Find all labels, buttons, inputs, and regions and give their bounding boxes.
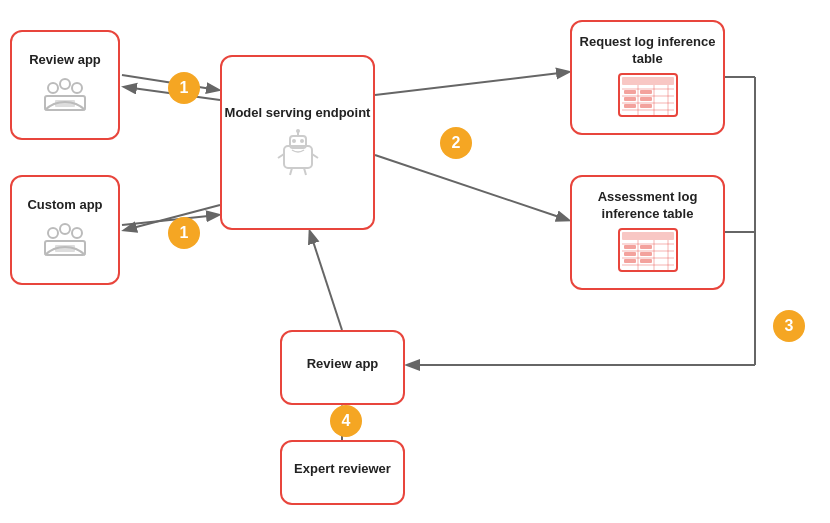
svg-line-4 — [375, 72, 568, 95]
request-log-box: Request log inference table — [570, 20, 725, 135]
badge-2: 2 — [440, 127, 472, 159]
svg-point-20 — [48, 228, 58, 238]
svg-line-5 — [375, 155, 568, 220]
svg-rect-46 — [624, 104, 636, 108]
people-icon-custom — [40, 219, 90, 263]
review-app-top-label: Review app — [29, 52, 101, 69]
svg-line-31 — [290, 168, 292, 175]
model-serving-box: Model serving endpoint — [220, 55, 375, 230]
svg-rect-42 — [624, 90, 636, 94]
assessment-log-table-icon — [618, 228, 678, 276]
svg-rect-43 — [640, 90, 652, 94]
svg-rect-59 — [624, 252, 636, 256]
review-app-bottom-box: Review app — [280, 330, 405, 405]
assessment-log-box: Assessment log inference table — [570, 175, 725, 290]
svg-rect-47 — [640, 104, 652, 108]
svg-rect-34 — [622, 77, 674, 85]
diagram-container: Review app Custom app — [0, 0, 830, 523]
svg-rect-58 — [640, 245, 652, 249]
svg-rect-57 — [624, 245, 636, 249]
svg-point-28 — [300, 139, 304, 143]
review-app-top-box: Review app — [10, 30, 120, 140]
svg-line-11 — [310, 232, 342, 330]
svg-rect-23 — [284, 146, 312, 168]
people-icon-review-top — [40, 74, 90, 118]
request-log-label: Request log inference table — [572, 34, 723, 68]
model-serving-label: Model serving endpoint — [225, 105, 371, 122]
svg-point-21 — [72, 228, 82, 238]
custom-app-box: Custom app — [10, 175, 120, 285]
badge-4: 4 — [330, 405, 362, 437]
svg-rect-60 — [640, 252, 652, 256]
assessment-log-label: Assessment log inference table — [572, 189, 723, 223]
svg-point-15 — [48, 83, 58, 93]
badge-1-top: 1 — [168, 72, 200, 104]
request-log-table-icon — [618, 73, 678, 121]
custom-app-label: Custom app — [27, 197, 102, 214]
svg-rect-61 — [624, 259, 636, 263]
review-app-bottom-label: Review app — [307, 356, 379, 373]
badge-1-bottom: 1 — [168, 217, 200, 249]
svg-line-32 — [304, 168, 306, 175]
svg-point-27 — [292, 139, 296, 143]
svg-rect-62 — [640, 259, 652, 263]
svg-point-17 — [60, 79, 70, 89]
badge-3: 3 — [773, 310, 805, 342]
svg-point-22 — [60, 224, 70, 234]
svg-point-26 — [296, 129, 300, 133]
robot-icon — [274, 128, 322, 180]
expert-reviewer-label: Expert reviewer — [294, 461, 391, 478]
svg-rect-45 — [640, 97, 652, 101]
svg-point-16 — [72, 83, 82, 93]
expert-reviewer-box: Expert reviewer — [280, 440, 405, 505]
svg-rect-44 — [624, 97, 636, 101]
svg-rect-49 — [622, 232, 674, 240]
